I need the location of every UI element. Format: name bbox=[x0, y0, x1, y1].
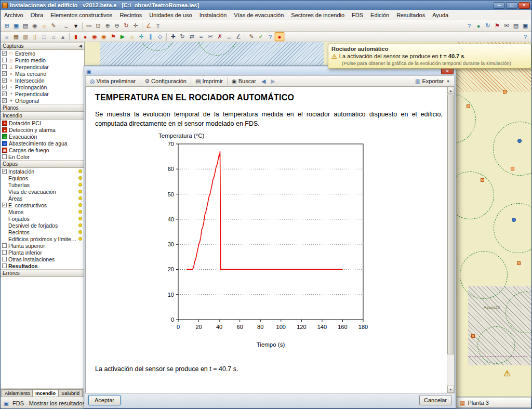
extinguisher-icon[interactable]: ▮ bbox=[71, 32, 81, 41]
sidebar-item-planta-inferior[interactable]: Planta inferior bbox=[1, 249, 84, 256]
menu-instalacion[interactable]: Instalación bbox=[196, 10, 231, 20]
sidebar-item-tuberias[interactable]: Tuberías bbox=[1, 181, 84, 188]
menu-archivo[interactable]: Archivo bbox=[1, 10, 27, 20]
sidebar-item-equipos[interactable]: Equipos bbox=[1, 175, 84, 181]
sprinkler-marker[interactable] bbox=[517, 139, 522, 143]
detach-window-icon[interactable]: ▣ bbox=[521, 21, 530, 30]
sidebar-item-otras-instalaciones[interactable]: Otras instalaciones bbox=[1, 256, 84, 262]
window-icon[interactable]: □ bbox=[39, 32, 49, 41]
menu-ayuda[interactable]: Ayuda bbox=[429, 10, 452, 20]
sidebar-item-planta-superior[interactable]: Planta superior bbox=[1, 242, 84, 249]
sidebar-item-perpendicular[interactable]: ⊥Perpendicular bbox=[1, 63, 84, 70]
preview-button[interactable]: ◎Vista preliminar bbox=[87, 77, 138, 86]
alarm-icon[interactable]: ⚑ bbox=[109, 32, 118, 41]
fds-results-icon[interactable]: ● bbox=[275, 32, 284, 41]
rotate-icon[interactable]: ↻ bbox=[178, 32, 187, 41]
sensor-tooltip[interactable]: Rociador automático ⚠ La activación del … bbox=[328, 44, 531, 69]
sidebar-item-ortogonal[interactable]: ✓+Ortogonal bbox=[1, 97, 84, 104]
cad-warning-icon[interactable]: ⚠ bbox=[503, 368, 511, 378]
dialog-scrollbar[interactable]: ▲ ▼ bbox=[447, 87, 454, 393]
sidebar-item-perpendicular[interactable]: ✓+Perpendicular bbox=[1, 90, 84, 97]
menu-elementos-constructivos[interactable]: Elementos constructivos bbox=[47, 10, 116, 20]
door-icon[interactable]: ▯ bbox=[30, 32, 39, 41]
check-icon[interactable]: ✓ bbox=[256, 32, 265, 41]
zoom-window-icon[interactable]: ▭ bbox=[84, 21, 94, 30]
config-button[interactable]: ⚙Configuración bbox=[142, 77, 189, 86]
wall-icon[interactable]: ▦ bbox=[11, 32, 21, 41]
text-icon[interactable]: T bbox=[153, 21, 163, 30]
offset-icon[interactable]: = bbox=[196, 32, 206, 41]
capture-icon[interactable]: ◉ bbox=[30, 21, 39, 30]
scroll-thumb[interactable] bbox=[447, 95, 454, 354]
sidebar-item-en-color[interactable]: En Color bbox=[1, 153, 84, 160]
checkbox[interactable] bbox=[2, 250, 7, 255]
partition-icon[interactable]: ▥ bbox=[21, 32, 30, 41]
collapse-panel-button[interactable]: ◀ bbox=[79, 44, 82, 48]
annotate-icon[interactable]: ✎ bbox=[247, 32, 256, 41]
pan-icon[interactable]: ✛ bbox=[131, 21, 140, 30]
menu-edicion[interactable]: Edición bbox=[367, 10, 393, 20]
sidebar-item-muros[interactable]: Muros bbox=[1, 208, 84, 215]
valve-icon[interactable]: ◇ bbox=[155, 32, 165, 41]
help-icon[interactable]: ? bbox=[464, 21, 474, 30]
print-icon[interactable]: ▤ bbox=[21, 21, 30, 30]
hose-icon[interactable]: ● bbox=[81, 32, 90, 41]
menu-vias-de-evacuacion[interactable]: Vías de evacuación bbox=[230, 10, 287, 20]
checkbox[interactable] bbox=[2, 243, 7, 248]
erase-icon[interactable]: ✗ bbox=[215, 32, 224, 41]
forward-button[interactable]: ▶ bbox=[268, 77, 277, 86]
views-dropdown-icon[interactable]: ▼ bbox=[71, 21, 81, 30]
checkbox[interactable]: ✓ bbox=[2, 169, 7, 174]
room-icon[interactable]: ⌂ bbox=[49, 32, 58, 41]
floor-selector[interactable]: ▦ Planta 3 bbox=[457, 398, 531, 408]
sidebar-item-prolongacion[interactable]: ✓+Prolongación bbox=[1, 84, 84, 90]
roof-icon[interactable]: ▲ bbox=[58, 32, 68, 41]
close-button[interactable]: × bbox=[518, 2, 530, 9]
render-icon[interactable]: ☼ bbox=[39, 21, 49, 30]
checkbox[interactable]: ✓ bbox=[2, 98, 7, 103]
sidebar-item-resultados[interactable]: Resultados bbox=[1, 262, 84, 269]
print-button[interactable]: ▤Imprimir bbox=[193, 77, 225, 86]
zoom-in-icon[interactable]: ⊕ bbox=[103, 21, 112, 30]
sprinkler-marker[interactable] bbox=[512, 218, 516, 222]
info-icon[interactable]: ? bbox=[265, 32, 275, 41]
exit-sign-icon[interactable]: ▶ bbox=[118, 32, 127, 41]
checkbox[interactable] bbox=[2, 154, 7, 159]
checkbox[interactable]: ✓ bbox=[2, 51, 7, 56]
sidebar-item-forjados[interactable]: Forjados bbox=[1, 215, 84, 222]
accept-button[interactable]: Aceptar bbox=[88, 395, 121, 405]
windows-icon[interactable]: ▤ bbox=[511, 21, 521, 30]
menu-unidades-de-uso[interactable]: Unidades de uso bbox=[145, 10, 196, 20]
pipe-icon[interactable]: ∥ bbox=[146, 32, 155, 41]
sidebar-item-deteccion-y-alarma[interactable]: ●Detección y alarma bbox=[1, 126, 84, 133]
previous-view-icon[interactable]: ← bbox=[62, 21, 71, 30]
flag-icon[interactable]: ⚑ bbox=[493, 21, 502, 30]
mirror-icon[interactable]: ⇄ bbox=[187, 32, 196, 41]
checkbox[interactable]: ✓ bbox=[2, 203, 7, 207]
globe-icon[interactable]: ● bbox=[474, 21, 483, 30]
mail-icon[interactable]: ✉ bbox=[502, 21, 511, 30]
layers-icon[interactable]: ≡ bbox=[2, 32, 11, 41]
checkbox[interactable]: ✓ bbox=[2, 71, 7, 76]
move-icon[interactable]: ✚ bbox=[168, 32, 178, 41]
sidebar-item-punto-medio[interactable]: △Punto medio bbox=[1, 57, 84, 63]
sidebar-item-extremo[interactable]: ✓□Extremo bbox=[1, 50, 84, 57]
sidebar-item-cargas-de-fuego[interactable]: ▦Cargas de fuego bbox=[1, 147, 84, 153]
sidebar-item-vias-de-evacuacion[interactable]: Vías de evacuación bbox=[1, 188, 84, 195]
sidebar-item-evacuacion[interactable]: →Evacuación bbox=[1, 133, 84, 140]
detector-icon[interactable]: ◉ bbox=[99, 32, 109, 41]
tab-salubrid[interactable]: Salubrid bbox=[58, 389, 83, 397]
checkbox[interactable]: ✓ bbox=[2, 78, 7, 83]
menu-obra[interactable]: Obra bbox=[27, 10, 47, 20]
sidebar-item-interseccion[interactable]: ✓×Intersección bbox=[1, 77, 84, 84]
context-help-icon[interactable]: ? bbox=[521, 32, 530, 41]
hydrant-icon[interactable]: ◉ bbox=[90, 32, 99, 41]
zoom-all-icon[interactable]: ⊡ bbox=[94, 21, 103, 30]
sidebar-item-dotacion-pci[interactable]: +Dotación PCI bbox=[1, 120, 84, 126]
update-icon[interactable]: ↻ bbox=[483, 21, 493, 30]
menu-resultados[interactable]: Resultados bbox=[393, 10, 429, 20]
minimize-button[interactable]: ─ bbox=[494, 2, 505, 9]
sidebar-item-instalacion[interactable]: ✓Instalación bbox=[1, 168, 84, 175]
tab-incendio[interactable]: Incendio bbox=[32, 389, 59, 397]
sidebar-item-desnivel-de-forjados[interactable]: Desnivel de forjados bbox=[1, 222, 84, 229]
